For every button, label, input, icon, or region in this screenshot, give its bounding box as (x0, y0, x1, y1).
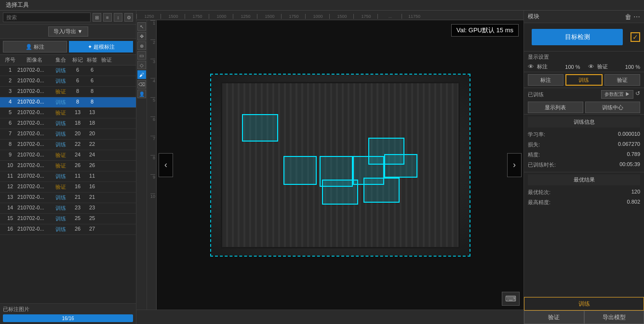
sort-icon[interactable]: ↕ (114, 13, 122, 22)
table-row[interactable]: 13 210702-0... 训练 21 21 (0, 193, 136, 203)
table-row[interactable]: 4 210702-0... 训练 8 8 (0, 97, 136, 108)
super-icon: ✦ (88, 44, 92, 50)
best-acc-label: 最高精度: (528, 199, 550, 206)
trained-actions: 参数配置 ▶ ↺ (601, 90, 640, 99)
table-row[interactable]: 8 210702-0... 训练 22 22 (0, 140, 136, 150)
tab-row: 标注 训练 验证 (524, 72, 644, 88)
image-canvas[interactable]: Val: GPU默认 15 ms ‹ › (157, 20, 523, 310)
train-info-section: 训练信息 学习率: 0.000010 损失: 0.067270 精度: 0.78… (524, 114, 644, 172)
acc-val: 0.789 (627, 151, 640, 158)
table-row[interactable]: 10 210702-0... 验证 26 26 (0, 161, 136, 171)
settings-icon[interactable]: ⚙ (124, 13, 133, 22)
annotation-btns: 👤 标注 ✦ 超模标注 (0, 39, 136, 55)
annotate-btn[interactable]: 👤 标注 (3, 41, 67, 52)
table-row[interactable]: 5 210702-0... 验证 13 13 (0, 108, 136, 118)
bottom-status: 已标注图片 16/16 (0, 303, 136, 324)
acc-label: 精度: (528, 151, 540, 158)
toolbar-icons: ⊞ ≡ ↕ ⚙ (93, 13, 133, 22)
detect-check[interactable]: ✓ (631, 32, 640, 42)
loss-val: 0.067270 (618, 141, 640, 148)
filter-icon[interactable]: ⊞ (93, 13, 101, 22)
ruler-mark: 1500 (329, 14, 353, 19)
toolbar-title: 选择工具 (2, 1, 29, 9)
ruler-left-marks: 1 2 3 4 5 6 7 8 9 10 (150, 20, 155, 213)
ruler-top: 1250 1500 1750 1000 1250 1500 1750 1000 … (136, 11, 523, 20)
ruler-mark: 1500 (257, 14, 281, 19)
table-row[interactable]: 12 210702-0... 验证 16 16 (0, 182, 136, 193)
label-pct: 100 % (565, 64, 580, 70)
next-image-btn[interactable]: › (507, 153, 522, 177)
train-bottom-btn[interactable]: 训练 (524, 297, 644, 311)
refresh-icon[interactable]: ↺ (635, 90, 640, 99)
acc-row: 精度: 0.789 (528, 150, 640, 160)
left-panel: ⊞ ≡ ↕ ⚙ 导入/导出 ▼ 👤 标注 ✦ 超模标注 序号 图像名 集合 (0, 11, 136, 324)
train-center-btn[interactable]: 训练中心 (585, 102, 641, 113)
more-icon[interactable]: ⋯ (633, 13, 640, 21)
detection-box-7 (322, 180, 358, 205)
table-row[interactable]: 7 210702-0... 训练 20 20 (0, 129, 136, 140)
best-epoch-label: 最优轮次: (528, 189, 550, 196)
tab-verify[interactable]: 验证 (604, 74, 640, 86)
import-export-btn[interactable]: 导入/导出 ▼ (48, 26, 88, 37)
ruler-left-mark: 7 (150, 136, 155, 155)
tab-label[interactable]: 标注 (528, 74, 564, 86)
table-row[interactable]: 16 210702-0... 训练 26 27 (0, 224, 136, 235)
table-row[interactable]: 14 210702-0... 训练 23 23 (0, 203, 136, 214)
person-tool[interactable]: 👤 (137, 90, 146, 98)
search-bar: ⊞ ≡ ↕ ⚙ (0, 11, 136, 25)
ruler-left-mark: 9 (150, 174, 155, 194)
col-set: 集合 (51, 56, 70, 64)
table-row[interactable]: 3 210702-0... 验证 8 8 (0, 87, 136, 97)
col-name: 图像名 (17, 56, 51, 64)
list-icon[interactable]: ≡ (103, 13, 112, 22)
train-info-title: 训练信息 (528, 117, 640, 128)
keyboard-icon[interactable]: ⌨ (502, 292, 520, 306)
ruler-mark: 1750 (281, 14, 305, 19)
move-tool[interactable]: ✥ (137, 32, 146, 40)
table-header: 序号 图像名 集合 标记 标签 验证 (0, 55, 136, 65)
polygon-tool[interactable]: ◇ (137, 61, 146, 69)
tab-train[interactable]: 训练 (565, 74, 602, 86)
table-row[interactable]: 2 210702-0... 训练 6 6 (0, 76, 136, 87)
verify-vis-text: 验证 (597, 63, 608, 70)
super-annotate-btn[interactable]: ✦ 超模标注 (69, 41, 133, 52)
eye-icon-label[interactable]: 👁 (528, 63, 534, 70)
table-row[interactable]: 6 210702-0... 训练 18 18 (0, 118, 136, 129)
delete-icon[interactable]: 🗑 (625, 13, 631, 21)
ruler-mark: 1250 (136, 14, 161, 19)
col-label: 标签 (85, 56, 99, 64)
params-btn[interactable]: 参数配置 ▶ (601, 90, 633, 99)
best-title: 最优结果 (528, 174, 640, 185)
ruler-left-mark: 8 (150, 155, 155, 174)
show-table-btn[interactable]: 显示列表 (528, 102, 583, 113)
lr-label: 学习率: (528, 131, 545, 138)
label-vis-text: 标注 (537, 63, 548, 70)
progress-bar: 16/16 (3, 314, 133, 322)
table-row[interactable]: 1 210702-0... 训练 6 6 (0, 65, 136, 76)
table-row[interactable]: 15 210702-0... 训练 25 25 (0, 214, 136, 224)
table-row[interactable]: 9 210702-0... 验证 24 24 (0, 150, 136, 161)
box-tool[interactable]: ▭ (137, 51, 146, 60)
scene-container (210, 74, 470, 257)
import-export-bar: 导入/导出 ▼ (0, 25, 136, 39)
ruler-left: 1 2 3 4 5 6 7 8 9 10 (147, 20, 157, 310)
eraser-tool[interactable]: ⌫ (137, 80, 146, 89)
table-row[interactable]: 11 210702-0... 训练 11 11 (0, 171, 136, 182)
export-bottom-btn[interactable]: 导出模型 (584, 311, 644, 324)
ruler-marks: 1250 1500 1750 1000 1250 1500 1750 1000 … (136, 14, 426, 19)
zoom-tool[interactable]: ⊕ (137, 41, 146, 50)
search-input[interactable] (3, 13, 91, 22)
eye-icon-verify[interactable]: 👁 (588, 63, 594, 70)
ruler-left-mark: 3 (150, 59, 155, 78)
verify-bottom-btn[interactable]: 验证 (524, 311, 584, 324)
person-icon: 👤 (26, 44, 32, 50)
detect-btn[interactable]: 目标检测 (532, 29, 623, 45)
detection-box-8 (363, 178, 400, 203)
ruler-mark: 1500 (161, 14, 185, 19)
ruler-mark: 1000 (209, 14, 233, 19)
ruler-left-mark: 10 (150, 194, 155, 213)
cursor-tool[interactable]: ↖ (137, 22, 146, 31)
scene-background (211, 75, 470, 256)
paint-tool[interactable]: 🖌 (137, 70, 146, 79)
prev-image-btn[interactable]: ‹ (159, 153, 173, 177)
